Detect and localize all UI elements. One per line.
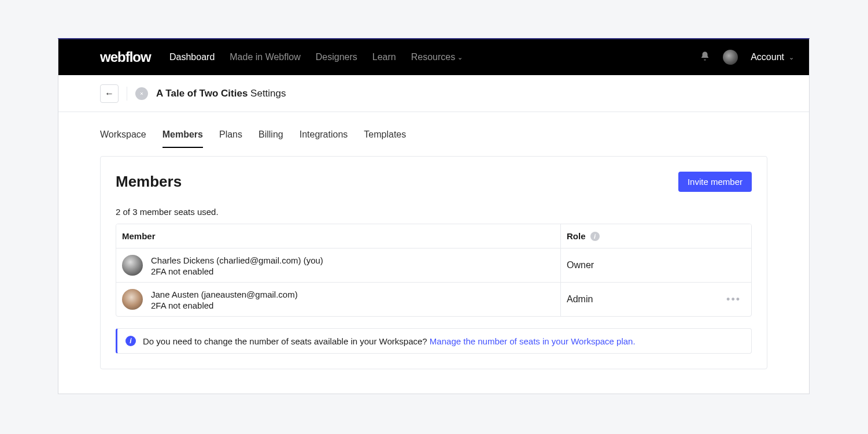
chevron-down-icon: ⌄ bbox=[789, 54, 794, 61]
arrow-left-icon: ← bbox=[105, 88, 114, 99]
nav-designers[interactable]: Designers bbox=[316, 52, 357, 62]
manage-seats-link[interactable]: Manage the number of seats in your Works… bbox=[430, 336, 636, 346]
member-avatar bbox=[122, 255, 143, 276]
panel-header: Members Invite member bbox=[116, 172, 752, 192]
panel-title: Members bbox=[116, 173, 182, 191]
account-label: Account bbox=[751, 52, 784, 62]
member-avatar bbox=[122, 289, 143, 310]
members-table: Member Role i Charles Dickens (charlied@… bbox=[116, 224, 752, 317]
member-role: Admin bbox=[567, 294, 593, 305]
tab-templates[interactable]: Templates bbox=[364, 129, 406, 148]
tab-billing[interactable]: Billing bbox=[258, 129, 283, 148]
nav-resources-label: Resources bbox=[411, 52, 455, 62]
settings-tabs: Workspace Members Plans Billing Integrat… bbox=[100, 112, 767, 148]
workspace-name: A Tale of Two Cities bbox=[156, 88, 248, 99]
nav-right: Account ⌄ bbox=[700, 50, 794, 65]
table-row: Jane Austen (janeausten@gmail.com) 2FA n… bbox=[116, 283, 751, 316]
info-text-wrap: Do you need to change the number of seat… bbox=[143, 336, 636, 346]
info-icon[interactable]: i bbox=[590, 232, 600, 241]
tab-workspace[interactable]: Workspace bbox=[100, 129, 146, 148]
user-avatar[interactable] bbox=[723, 50, 738, 65]
member-name: Jane Austen (janeausten@gmail.com) bbox=[151, 288, 298, 301]
chevron-down-icon: ⌄ bbox=[457, 54, 463, 61]
info-text: Do you need to change the number of seat… bbox=[143, 336, 430, 346]
back-button[interactable]: ← bbox=[100, 84, 119, 103]
app-frame: webflow Dashboard Made in Webflow Design… bbox=[58, 38, 810, 394]
role-cell: Admin ••• bbox=[560, 283, 751, 316]
seats-used-text: 2 of 3 member seats used. bbox=[116, 207, 752, 217]
member-cell: Charles Dickens (charlied@gmail.com) (yo… bbox=[116, 248, 560, 282]
col-role-label: Role bbox=[567, 231, 586, 241]
info-banner: i Do you need to change the number of se… bbox=[116, 328, 752, 354]
tab-integrations[interactable]: Integrations bbox=[300, 129, 348, 148]
member-2fa-status: 2FA not enabled bbox=[151, 266, 323, 276]
breadcrumb-suffix: Settings bbox=[248, 88, 286, 99]
invite-member-button[interactable]: Invite member bbox=[678, 172, 752, 192]
nav-learn[interactable]: Learn bbox=[372, 52, 396, 62]
tab-plans[interactable]: Plans bbox=[219, 129, 242, 148]
col-header-role: Role i bbox=[560, 224, 751, 248]
members-panel: Members Invite member 2 of 3 member seat… bbox=[100, 156, 767, 369]
role-cell: Owner bbox=[560, 248, 751, 282]
content-area: Workspace Members Plans Billing Integrat… bbox=[58, 112, 809, 369]
nav-resources[interactable]: Resources ⌄ bbox=[411, 52, 463, 62]
nav-dashboard[interactable]: Dashboard bbox=[169, 52, 215, 62]
member-name: Charles Dickens (charlied@gmail.com) (yo… bbox=[151, 254, 323, 266]
bell-icon[interactable] bbox=[700, 51, 710, 64]
table-header: Member Role i bbox=[116, 224, 751, 248]
top-nav: webflow Dashboard Made in Webflow Design… bbox=[58, 39, 809, 75]
tab-members[interactable]: Members bbox=[162, 129, 203, 148]
info-icon: i bbox=[125, 336, 136, 346]
account-menu[interactable]: Account ⌄ bbox=[751, 52, 794, 62]
table-row: Charles Dickens (charlied@gmail.com) (yo… bbox=[116, 248, 751, 283]
breadcrumb-bar: ← A Tale of Two Cities Settings bbox=[58, 75, 809, 112]
row-actions-button[interactable]: ••• bbox=[726, 294, 745, 306]
member-cell: Jane Austen (janeausten@gmail.com) 2FA n… bbox=[116, 283, 560, 316]
webflow-logo[interactable]: webflow bbox=[100, 49, 151, 65]
member-2fa-status: 2FA not enabled bbox=[151, 301, 298, 310]
nav-links: Dashboard Made in Webflow Designers Lear… bbox=[169, 52, 463, 62]
nav-made-in-webflow[interactable]: Made in Webflow bbox=[230, 52, 300, 62]
divider bbox=[127, 87, 127, 101]
breadcrumb-title: A Tale of Two Cities Settings bbox=[156, 88, 286, 99]
col-header-member: Member bbox=[116, 224, 560, 248]
workspace-icon bbox=[135, 87, 148, 100]
member-role: Owner bbox=[567, 260, 594, 270]
